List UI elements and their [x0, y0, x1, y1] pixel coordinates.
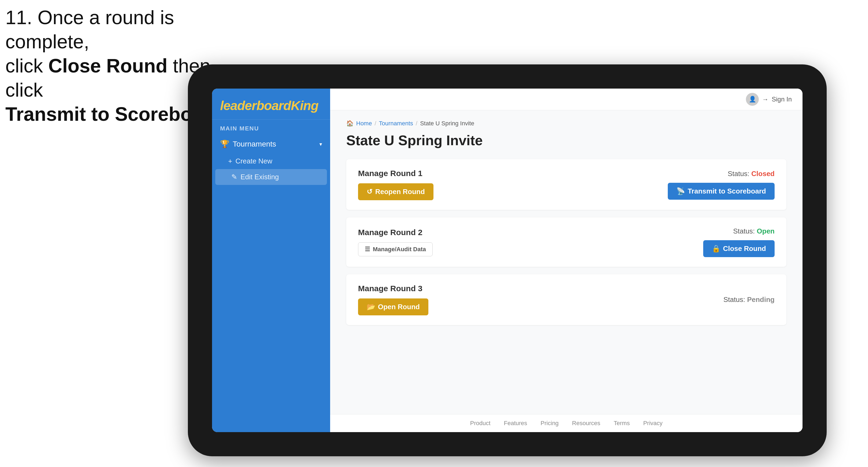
app-layout: leaderboardKing MAIN MENU 🏆 Tournaments … [212, 89, 803, 432]
round-3-title: Manage Round 3 [358, 284, 428, 293]
logo-part1: leaderboard [220, 98, 291, 113]
round-2-section: Manage Round 2 ☰ Manage/Audit Data Statu… [346, 217, 786, 267]
round-3-left: Manage Round 3 📂 Open Round [358, 284, 428, 315]
breadcrumb-sep1: / [375, 120, 376, 127]
transmit-to-scoreboard-button[interactable]: 📡 Transmit to Scoreboard [668, 183, 775, 200]
round-3-status: Status: Pending [723, 295, 775, 304]
round-1-right: Status: Closed 📡 Transmit to Scoreboard [668, 169, 775, 200]
tablet-device: leaderboardKing MAIN MENU 🏆 Tournaments … [188, 64, 827, 456]
round-2-status-value: Open [757, 227, 775, 235]
round-3-status-value: Pending [747, 295, 775, 304]
main-content: 👤 → Sign In 🏠 Home / Tournaments / State [330, 89, 803, 432]
round-2-title: Manage Round 2 [358, 228, 433, 237]
instruction-line2: click [5, 55, 48, 76]
logo-area: leaderboardKing [212, 89, 330, 120]
open-round-button[interactable]: 📂 Open Round [358, 299, 428, 315]
sidebar-create-new[interactable]: + Create New [212, 153, 330, 169]
open-round-label: Open Round [378, 303, 420, 311]
avatar: 👤 [746, 93, 759, 106]
breadcrumb-tournaments[interactable]: Tournaments [379, 120, 413, 127]
tablet-screen: leaderboardKing MAIN MENU 🏆 Tournaments … [212, 89, 803, 432]
content-area: 🏠 Home / Tournaments / State U Spring In… [330, 110, 803, 414]
reopen-round-label: Reopen Round [375, 188, 425, 196]
manage-audit-label: Manage/Audit Data [373, 246, 426, 253]
breadcrumb-sep2: / [416, 120, 417, 127]
round-1-status-value: Closed [751, 169, 775, 178]
manage-audit-button[interactable]: ☰ Manage/Audit Data [358, 242, 433, 256]
open-icon: 📂 [367, 303, 375, 311]
close-round-label: Close Round [723, 245, 766, 253]
footer-pricing[interactable]: Pricing [540, 420, 559, 427]
round-2-left: Manage Round 2 ☰ Manage/Audit Data [358, 228, 433, 256]
app-logo: leaderboardKing [220, 98, 322, 113]
round-1-left: Manage Round 1 ↺ Reopen Round [358, 169, 433, 200]
edit-icon: ✎ [231, 173, 237, 181]
plus-icon: + [228, 157, 232, 165]
edit-existing-label: Edit Existing [241, 173, 279, 181]
sidebar-tournaments-label: Tournaments [233, 140, 276, 148]
instruction-line1: 11. Once a round is complete, [5, 7, 174, 52]
home-icon: 🏠 [346, 120, 353, 127]
round-1-title: Manage Round 1 [358, 169, 433, 178]
round-3-right: Status: Pending [723, 295, 775, 304]
sign-in-area[interactable]: 👤 → Sign In [746, 93, 792, 106]
logo-part2: King [291, 98, 318, 113]
reopen-icon: ↺ [367, 188, 373, 196]
round-1-section: Manage Round 1 ↺ Reopen Round Status: Cl… [346, 159, 786, 210]
sidebar-item-tournaments[interactable]: 🏆 Tournaments ▾ [212, 135, 330, 153]
transmit-icon: 📡 [676, 187, 685, 195]
instruction-bold1: Close Round [48, 55, 167, 76]
chevron-down-icon: ▾ [319, 141, 322, 147]
topbar: 👤 → Sign In [330, 89, 803, 110]
footer-terms[interactable]: Terms [614, 420, 630, 427]
close-round-button[interactable]: 🔒 Close Round [703, 240, 775, 257]
trophy-icon: 🏆 [220, 139, 229, 148]
reopen-round-button[interactable]: ↺ Reopen Round [358, 183, 433, 200]
round-2-right: Status: Open 🔒 Close Round [703, 227, 775, 257]
sign-in-label: → [762, 96, 768, 103]
footer: Product Features Pricing Resources Terms… [330, 414, 803, 432]
sign-in-text: Sign In [772, 96, 792, 103]
breadcrumb-current: State U Spring Invite [420, 120, 474, 127]
transmit-label: Transmit to Scoreboard [688, 187, 766, 195]
page-title: State U Spring Invite [346, 132, 786, 148]
sidebar: leaderboardKing MAIN MENU 🏆 Tournaments … [212, 89, 330, 432]
round-3-section: Manage Round 3 📂 Open Round Status: Pend… [346, 274, 786, 325]
footer-resources[interactable]: Resources [572, 420, 600, 427]
footer-product[interactable]: Product [470, 420, 490, 427]
footer-features[interactable]: Features [504, 420, 527, 427]
lock-icon: 🔒 [712, 245, 720, 253]
breadcrumb: 🏠 Home / Tournaments / State U Spring In… [346, 120, 786, 127]
round-1-status: Status: Closed [727, 169, 775, 178]
round-2-status: Status: Open [733, 227, 775, 236]
sidebar-edit-existing[interactable]: ✎ Edit Existing [215, 169, 327, 185]
create-new-label: Create New [236, 157, 272, 165]
sidebar-tournaments-inner: 🏆 Tournaments [220, 139, 276, 148]
audit-icon: ☰ [365, 246, 370, 253]
breadcrumb-home[interactable]: Home [356, 120, 372, 127]
footer-privacy[interactable]: Privacy [643, 420, 662, 427]
main-menu-label: MAIN MENU [212, 120, 330, 135]
